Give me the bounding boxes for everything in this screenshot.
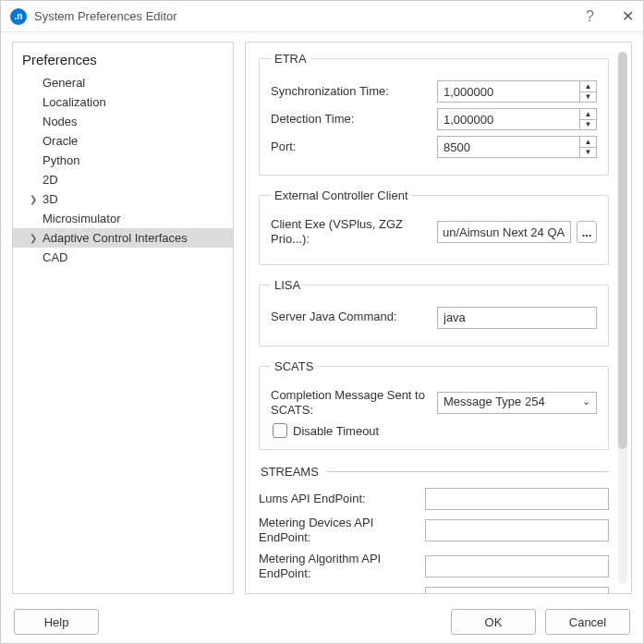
sidebar-item-adaptive-control-interfaces[interactable]: ❯ Adaptive Control Interfaces <box>13 228 233 248</box>
external-controller-client-group: External Controller Client Client Exe (V… <box>259 188 609 265</box>
window-title: System Preferences Editor <box>34 9 177 23</box>
spinner-up-icon[interactable]: ▲ <box>580 137 596 148</box>
lums-api-key-label: LUMS API Key: <box>259 590 416 594</box>
lums-api-key-input[interactable] <box>425 587 609 594</box>
port-value[interactable]: 8500 <box>438 137 579 157</box>
scats-legend: SCATS <box>271 359 317 373</box>
sync-time-label: Synchronization Time: <box>271 84 428 99</box>
app-icon: .n <box>10 8 27 25</box>
lums-endpoint-label: Lums API EndPoint: <box>259 492 416 506</box>
scats-msg-value: Message Type 254 <box>444 395 545 408</box>
streams-header: STREAMS <box>261 465 609 479</box>
sync-time-spinner[interactable]: 1,000000 ▲▼ <box>437 80 597 103</box>
ok-button[interactable]: OK <box>451 609 536 635</box>
dialog-footer: Help OK Cancel <box>1 601 643 643</box>
sidebar-item-general[interactable]: General <box>13 73 233 92</box>
metering-algorithm-endpoint-label: Metering Algorithm API EndPoint: <box>259 552 416 582</box>
sidebar-item-python[interactable]: Python <box>13 151 233 170</box>
spinner-down-icon[interactable]: ▼ <box>580 148 596 158</box>
detect-time-spinner[interactable]: 1,000000 ▲▼ <box>437 108 597 130</box>
port-spinner[interactable]: 8500 ▲▼ <box>437 136 597 158</box>
sidebar-item-label: 3D <box>43 192 58 206</box>
sidebar-item-microsimulator[interactable]: Microsimulator <box>13 209 233 228</box>
sidebar-title: Preferences <box>13 48 233 73</box>
scrollbar-thumb[interactable] <box>618 52 627 449</box>
separator <box>326 471 609 472</box>
lisa-group: LISA Server Java Command: <box>259 278 609 346</box>
port-label: Port: <box>271 140 428 154</box>
close-button[interactable]: ✕ <box>622 7 634 25</box>
etra-group: ETRA Synchronization Time: 1,000000 ▲▼ D… <box>259 52 609 176</box>
streams-legend: STREAMS <box>261 465 326 479</box>
chevron-right-icon: ❯ <box>30 194 43 204</box>
sidebar-item-localization[interactable]: Localization <box>13 92 233 112</box>
spinner-down-icon[interactable]: ▼ <box>580 92 596 103</box>
etra-legend: ETRA <box>271 52 310 66</box>
lisa-legend: LISA <box>271 278 304 292</box>
detect-time-label: Detection Time: <box>271 112 428 127</box>
metering-devices-endpoint-input[interactable] <box>425 519 609 541</box>
title-bar: .n System Preferences Editor ? ✕ <box>1 1 643 32</box>
chevron-right-icon: ❯ <box>30 233 43 243</box>
settings-panel: ETRA Synchronization Time: 1,000000 ▲▼ D… <box>245 42 632 594</box>
sidebar-item-cad[interactable]: CAD <box>13 248 233 267</box>
cancel-button[interactable]: Cancel <box>545 609 630 635</box>
java-cmd-label: Server Java Command: <box>271 310 428 324</box>
sync-time-value[interactable]: 1,000000 <box>438 81 579 102</box>
preferences-sidebar: Preferences General Localization Nodes O… <box>12 42 234 594</box>
spinner-up-icon[interactable]: ▲ <box>580 81 596 92</box>
scrollbar[interactable] <box>618 52 627 584</box>
spinner-down-icon[interactable]: ▼ <box>580 120 596 130</box>
java-cmd-input[interactable] <box>437 307 597 329</box>
client-exe-label: Client Exe (VSPlus, ZGZ Prio...): <box>271 217 428 248</box>
lums-endpoint-input[interactable] <box>425 488 609 510</box>
metering-devices-endpoint-label: Metering Devices API EndPoint: <box>259 516 416 546</box>
scats-msg-combo[interactable]: Message Type 254 ⌄ <box>437 392 597 414</box>
ecc-legend: External Controller Client <box>271 188 412 202</box>
metering-algorithm-endpoint-input[interactable] <box>425 555 609 577</box>
sidebar-item-nodes[interactable]: Nodes <box>13 112 233 131</box>
sidebar-item-oracle[interactable]: Oracle <box>13 131 233 151</box>
help-button[interactable]: Help <box>14 609 99 635</box>
chevron-down-icon: ⌄ <box>582 395 590 407</box>
sidebar-item-2d[interactable]: 2D <box>13 170 233 189</box>
context-help-button[interactable]: ? <box>586 8 594 25</box>
client-exe-input[interactable] <box>437 221 571 243</box>
checkbox-icon <box>273 423 287 438</box>
disable-timeout-checkbox[interactable]: Disable Timeout <box>273 423 597 438</box>
disable-timeout-label: Disable Timeout <box>293 424 379 438</box>
detect-time-value[interactable]: 1,000000 <box>438 109 579 129</box>
browse-button[interactable]: ... <box>577 221 597 243</box>
sidebar-item-3d[interactable]: ❯ 3D <box>13 189 233 209</box>
spinner-up-icon[interactable]: ▲ <box>580 109 596 120</box>
scats-group: SCATS Completion Message Sent to SCATS: … <box>259 359 609 451</box>
scats-msg-label: Completion Message Sent to SCATS: <box>271 388 428 419</box>
sidebar-item-label: Adaptive Control Interfaces <box>43 231 188 245</box>
